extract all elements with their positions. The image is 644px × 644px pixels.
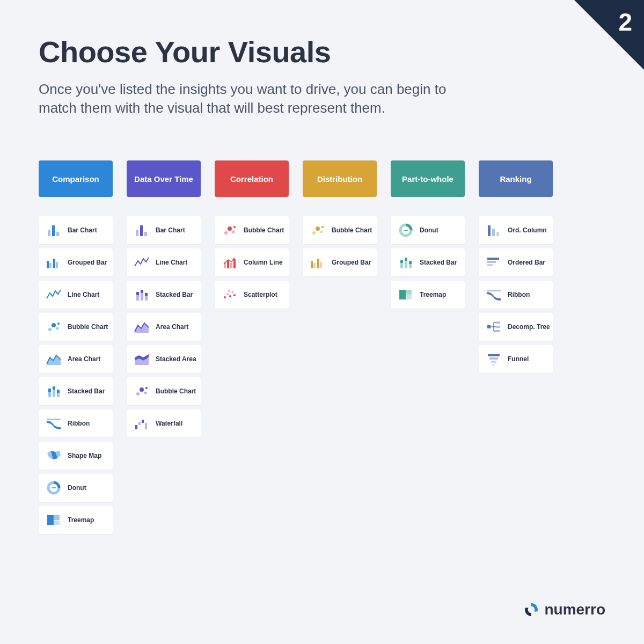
- svg-rect-36: [135, 425, 137, 429]
- chart-card-label: Stacked Bar: [156, 291, 193, 298]
- stacked-bar-purple-icon: [132, 285, 151, 304]
- svg-rect-12: [48, 389, 51, 392]
- grouped-bar-blue-icon: [44, 253, 63, 272]
- category-column: ComparisonBar ChartGrouped BarLine Chart…: [39, 160, 113, 534]
- svg-point-8: [52, 323, 56, 327]
- svg-rect-92: [492, 364, 495, 365]
- chart-card[interactable]: Bubble Chart: [215, 216, 289, 244]
- chart-card[interactable]: Decomp. Tree: [479, 313, 553, 341]
- category-column: Part-to-wholeDonutStacked BarTreemap: [391, 160, 465, 534]
- chart-card[interactable]: Column Line: [215, 248, 289, 276]
- chart-card[interactable]: Grouped Bar: [303, 248, 377, 276]
- chart-card[interactable]: Shape Map: [39, 442, 113, 470]
- chart-card[interactable]: Treemap: [39, 506, 113, 534]
- brand-name: numerro: [544, 601, 605, 618]
- chart-card[interactable]: Stacked Bar: [127, 281, 201, 309]
- svg-rect-21: [54, 515, 60, 520]
- chart-card[interactable]: Waterfall: [127, 409, 201, 437]
- svg-point-48: [224, 296, 226, 298]
- chart-card[interactable]: Donut: [391, 216, 465, 244]
- svg-rect-0: [48, 230, 50, 236]
- svg-point-42: [232, 231, 235, 233]
- chart-card-label: Bubble Chart: [68, 323, 108, 331]
- chart-card-label: Decomp. Tree: [508, 323, 550, 331]
- chart-card[interactable]: Funnel: [479, 345, 553, 373]
- svg-rect-37: [138, 422, 141, 425]
- chart-card[interactable]: Stacked Bar: [391, 248, 465, 276]
- svg-rect-17: [47, 419, 61, 420]
- svg-rect-58: [311, 261, 313, 268]
- chart-card[interactable]: Area Chart: [127, 313, 201, 341]
- stacked-area-purple-icon: [132, 349, 151, 369]
- svg-rect-79: [487, 290, 501, 291]
- svg-rect-87: [496, 326, 500, 328]
- svg-point-54: [312, 231, 316, 235]
- chart-card[interactable]: Ribbon: [479, 281, 553, 309]
- category-header: Data Over Time: [127, 160, 201, 197]
- bubble-blue-icon: [44, 317, 63, 336]
- svg-rect-69: [409, 261, 412, 264]
- category-column: RankingOrd. ColumnOrdered BarRibbonDecom…: [479, 160, 553, 534]
- category-header: Part-to-whole: [391, 160, 465, 197]
- svg-rect-80: [487, 325, 491, 328]
- funnel-slate-icon: [484, 349, 503, 369]
- svg-rect-29: [141, 290, 143, 293]
- chart-card[interactable]: Treemap: [391, 281, 465, 309]
- chart-card[interactable]: Scatterplot: [215, 281, 289, 309]
- chart-card[interactable]: Bubble Chart: [127, 377, 201, 405]
- donut-teal-icon: [396, 221, 415, 240]
- page-subtitle: Once you've listed the insights you want…: [39, 80, 479, 118]
- svg-rect-59: [313, 263, 316, 268]
- chart-card[interactable]: Line Chart: [127, 248, 201, 276]
- chart-card[interactable]: Donut: [39, 474, 113, 502]
- svg-rect-68: [409, 264, 412, 268]
- chart-card-label: Ordered Bar: [508, 259, 545, 266]
- chart-card[interactable]: Ordered Bar: [479, 248, 553, 276]
- chart-card[interactable]: Bar Chart: [39, 216, 113, 244]
- chart-card-label: Stacked Area: [156, 355, 196, 363]
- line-purple-icon: [132, 253, 151, 272]
- svg-rect-89: [488, 354, 500, 356]
- chart-card[interactable]: Bubble Chart: [39, 313, 113, 341]
- bubble-yellow-icon: [308, 221, 327, 240]
- svg-rect-73: [488, 225, 491, 236]
- svg-rect-30: [145, 296, 148, 301]
- svg-rect-31: [145, 293, 148, 296]
- svg-point-50: [229, 295, 231, 297]
- cards-list: DonutStacked BarTreemap: [391, 216, 465, 309]
- chart-card[interactable]: Line Chart: [39, 281, 113, 309]
- svg-rect-72: [406, 295, 412, 299]
- svg-rect-75: [496, 232, 499, 236]
- chart-card[interactable]: Area Chart: [39, 345, 113, 373]
- chart-card[interactable]: Ord. Column: [479, 216, 553, 244]
- chart-card[interactable]: Bubble Chart: [303, 216, 377, 244]
- chart-card-label: Bubble Chart: [244, 226, 284, 234]
- svg-rect-1: [52, 225, 55, 236]
- svg-rect-76: [487, 258, 499, 260]
- svg-rect-25: [144, 232, 147, 236]
- svg-rect-65: [400, 260, 403, 263]
- svg-point-10: [57, 323, 60, 325]
- svg-point-7: [48, 328, 52, 331]
- category-column: Data Over TimeBar ChartLine ChartStacked…: [127, 160, 201, 534]
- chart-card-label: Waterfall: [156, 420, 182, 427]
- grouped-bar-yellow-icon: [308, 253, 327, 272]
- svg-rect-28: [141, 293, 143, 301]
- chart-card-label: Stacked Bar: [68, 387, 105, 395]
- chart-card-label: Line Chart: [68, 291, 99, 298]
- chart-card[interactable]: Bar Chart: [127, 216, 201, 244]
- chart-card[interactable]: Ribbon: [39, 409, 113, 437]
- area-blue-icon: [44, 349, 63, 369]
- chart-card[interactable]: Stacked Area: [127, 345, 201, 373]
- chart-card[interactable]: Grouped Bar: [39, 248, 113, 276]
- category-column: DistributionBubble ChartGrouped Bar: [303, 160, 377, 534]
- svg-rect-86: [496, 321, 500, 324]
- stacked-bar-blue-icon: [44, 382, 63, 401]
- corner-badge: [574, 0, 644, 70]
- svg-point-9: [56, 327, 59, 330]
- brand: numerro: [524, 601, 605, 618]
- chart-card[interactable]: Stacked Bar: [39, 377, 113, 405]
- brand-logo-icon: [524, 602, 539, 617]
- svg-rect-88: [496, 330, 500, 332]
- svg-point-56: [320, 231, 323, 233]
